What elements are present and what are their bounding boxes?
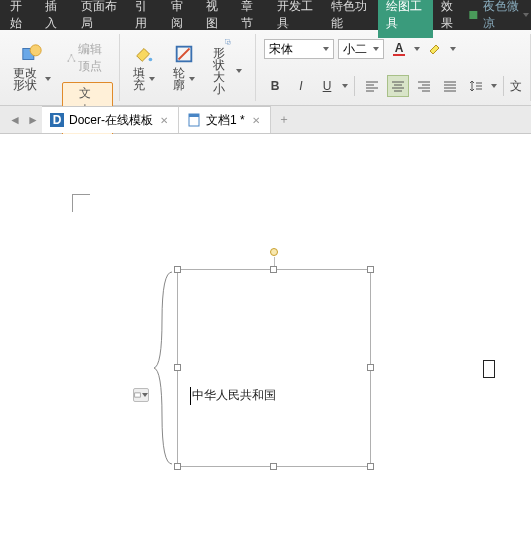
resize-handle-se[interactable]	[367, 463, 374, 470]
align-justify-icon	[443, 79, 457, 93]
chevron-down-icon[interactable]	[450, 47, 456, 51]
line-spacing-icon	[469, 79, 483, 93]
resize-handle-ne[interactable]	[367, 266, 374, 273]
text-box-content[interactable]: 中华人民共和国	[178, 270, 370, 405]
user-area[interactable]: 夜色微凉	[468, 0, 529, 32]
svg-text:D: D	[53, 113, 62, 127]
menu-effects[interactable]: 效果	[433, 0, 468, 38]
align-left-icon	[365, 79, 379, 93]
svg-rect-17	[189, 114, 199, 117]
svg-point-2	[30, 45, 41, 56]
text-direction-label[interactable]: 文	[510, 78, 522, 95]
chevron-down-icon	[373, 47, 379, 51]
underline-button[interactable]: U	[316, 75, 338, 97]
menu-developer[interactable]: 开发工具	[269, 0, 324, 38]
resize-handle-e[interactable]	[367, 364, 374, 371]
outline-button[interactable]: 轮廓	[166, 34, 202, 100]
scroll-indicator	[483, 360, 495, 378]
menu-special[interactable]: 特色功能	[323, 0, 378, 38]
menu-drawingtools[interactable]: 绘图工具	[378, 0, 433, 38]
menu-start[interactable]: 开始	[2, 0, 37, 38]
tab-label: 文档1 *	[206, 112, 245, 129]
chevron-down-icon	[236, 69, 242, 73]
user-icon	[468, 8, 479, 22]
shape-size-label: 形状大小	[213, 47, 234, 95]
document-canvas[interactable]: 中华人民共和国	[0, 134, 531, 540]
align-left-button[interactable]	[361, 75, 383, 97]
svg-point-3	[68, 60, 70, 62]
close-icon[interactable]: ✕	[250, 115, 262, 126]
svg-rect-18	[135, 393, 141, 397]
menu-review[interactable]: 审阅	[163, 0, 198, 38]
chevron-down-icon[interactable]	[414, 47, 420, 51]
menu-insert[interactable]: 插入	[37, 0, 72, 38]
resize-handle-s[interactable]	[270, 463, 277, 470]
doc-icon	[187, 113, 201, 127]
align-center-icon	[391, 79, 405, 93]
highlight-button[interactable]	[424, 38, 446, 60]
tab-document1[interactable]: 文档1 * ✕	[179, 106, 271, 133]
font-family-value: 宋体	[269, 41, 293, 58]
menu-view[interactable]: 视图	[198, 0, 233, 38]
tab-label: Docer-在线模板	[69, 112, 153, 129]
svg-point-4	[71, 54, 73, 56]
separator	[503, 76, 504, 96]
resize-handle-w[interactable]	[174, 364, 181, 371]
tab-scroll-left[interactable]: ◄	[6, 106, 24, 133]
align-right-button[interactable]	[413, 75, 435, 97]
resize-handle-sw[interactable]	[174, 463, 181, 470]
chevron-down-icon[interactable]	[491, 84, 497, 88]
shapes-icon	[21, 43, 43, 65]
line-spacing-button[interactable]	[465, 75, 487, 97]
svg-rect-10	[225, 40, 229, 44]
brace-decoration	[152, 270, 174, 466]
edit-vertex-icon	[67, 51, 76, 65]
italic-button[interactable]: I	[290, 75, 312, 97]
menu-references[interactable]: 引用	[127, 0, 162, 38]
menu-pagelayout[interactable]: 页面布局	[73, 0, 128, 38]
separator	[354, 76, 355, 96]
outline-label: 轮廓	[173, 67, 187, 91]
chevron-down-icon	[523, 13, 529, 17]
font-color-icon: A	[391, 41, 407, 57]
docer-icon: D	[50, 113, 64, 127]
font-color-button[interactable]: A	[388, 38, 410, 60]
page-icon	[134, 391, 141, 399]
chevron-down-icon	[323, 47, 329, 51]
font-size-value: 小二	[343, 41, 367, 58]
resize-handle-n[interactable]	[270, 266, 277, 273]
resize-handle-nw[interactable]	[174, 266, 181, 273]
close-icon[interactable]: ✕	[158, 115, 170, 126]
highlight-icon	[427, 41, 443, 57]
menu-sections[interactable]: 章节	[233, 0, 268, 38]
rotate-handle[interactable]	[270, 248, 278, 256]
align-center-button[interactable]	[387, 75, 409, 97]
bold-button[interactable]: B	[264, 75, 286, 97]
user-name: 夜色微凉	[483, 0, 520, 32]
chevron-down-icon	[142, 393, 148, 397]
shapesize-icon	[217, 39, 239, 45]
align-right-icon	[417, 79, 431, 93]
ribbon-group-shape: 更改形状 编辑顶点 A 文本框	[0, 34, 120, 101]
menu-bar: 开始 插入 页面布局 引用 审阅 视图 章节 开发工具 特色功能 绘图工具 效果…	[0, 0, 531, 30]
font-size-select[interactable]: 小二	[338, 39, 384, 59]
tab-scroll-right[interactable]: ►	[24, 106, 42, 133]
fill-icon	[133, 43, 155, 65]
chevron-down-icon	[45, 77, 51, 81]
svg-rect-11	[227, 41, 230, 44]
shape-size-button[interactable]: 形状大小	[206, 34, 249, 100]
svg-text:A: A	[395, 41, 404, 55]
chevron-down-icon[interactable]	[342, 84, 348, 88]
add-tab-button[interactable]: ＋	[271, 106, 297, 133]
ribbon-group-style: 填充 轮廓 形状大小	[120, 34, 256, 101]
align-justify-button[interactable]	[439, 75, 461, 97]
change-shape-button[interactable]: 更改形状	[6, 34, 58, 100]
fill-button[interactable]: 填充	[126, 34, 162, 100]
font-family-select[interactable]: 宋体	[264, 39, 334, 59]
italic-label: I	[299, 79, 302, 93]
text-box[interactable]: 中华人民共和国	[177, 269, 371, 467]
layout-options-icon[interactable]	[133, 388, 149, 402]
tab-docer-template[interactable]: D Docer-在线模板 ✕	[42, 106, 179, 133]
document-tabbar: ◄ ► D Docer-在线模板 ✕ 文档1 * ✕ ＋	[0, 106, 531, 134]
svg-rect-0	[469, 11, 477, 19]
